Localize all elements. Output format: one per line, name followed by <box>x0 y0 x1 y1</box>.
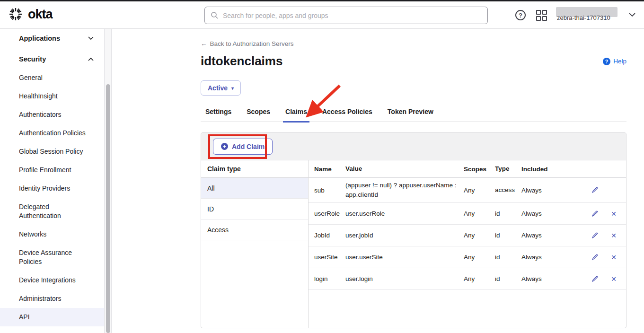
delete-claim-icon[interactable]: ✕ <box>610 275 618 283</box>
claim-scopes: Any <box>464 232 495 239</box>
claim-type-value: access <box>495 185 521 195</box>
claim-type-value: id <box>495 274 521 284</box>
claim-type-option-access[interactable]: Access <box>201 219 308 240</box>
claim-row-userrole: userRoleuser.userRoleAnyidAlways✕ <box>309 203 626 225</box>
add-claim-button[interactable]: + Add Claim <box>213 139 273 155</box>
tab-access-policies[interactable]: Access Policies <box>320 108 375 122</box>
sidebar-item-administrators[interactable]: Administrators <box>0 289 104 308</box>
claim-value: user.jobId <box>345 231 464 240</box>
chevron-up-icon <box>88 57 94 61</box>
sidebar-item-profile-enrollment[interactable]: Profile Enrollment <box>0 161 104 179</box>
edit-claim-icon[interactable] <box>591 186 599 194</box>
claims-table: Name Value Scopes Type Included sub(appu… <box>309 160 626 328</box>
chevron-down-icon <box>88 36 94 40</box>
claim-name: login <box>309 275 345 282</box>
back-to-auth-servers-link[interactable]: ← Back to Authorization Servers <box>201 40 626 47</box>
claim-included: Always <box>521 232 567 239</box>
page-title: idtokenclaims <box>201 54 282 69</box>
claim-name: userRole <box>309 210 345 217</box>
tab-token-preview[interactable]: Token Preview <box>385 108 436 122</box>
main-area: ← Back to Authorization Servers idtokenc… <box>112 29 644 333</box>
action-spacer <box>610 186 618 194</box>
tab-bar: SettingsScopesClaimsAccess PoliciesToken… <box>201 108 626 122</box>
chevron-down-icon[interactable] <box>629 12 635 18</box>
sidebar-item-authentication-policies[interactable]: Authentication Policies <box>0 124 104 142</box>
status-dropdown[interactable]: Active ▾ <box>201 80 241 96</box>
sidebar-item-device-integrations[interactable]: Device Integrations <box>0 271 104 289</box>
claim-name: JobId <box>309 232 345 239</box>
claim-type-value: id <box>495 231 521 240</box>
okta-wordmark: okta <box>28 7 53 22</box>
scrollbar-thumb[interactable] <box>106 84 110 333</box>
search-icon <box>211 11 219 19</box>
claims-panel: + Add Claim Claim type AllIDAccess Name … <box>201 132 626 328</box>
back-arrow-icon: ← <box>201 40 207 47</box>
sidebar-item-device-assurance-policies[interactable]: Device Assurance Policies <box>0 244 104 271</box>
claim-type-option-id[interactable]: ID <box>201 199 308 219</box>
sidebar-scrollbar[interactable] <box>104 29 112 333</box>
tab-scopes[interactable]: Scopes <box>244 108 273 122</box>
account-menu[interactable]: zebra-thai-1707310 <box>556 7 620 23</box>
delete-claim-icon[interactable]: ✕ <box>610 232 618 239</box>
delete-claim-icon[interactable]: ✕ <box>610 210 618 218</box>
claim-value: user.login <box>345 274 464 284</box>
sidebar-item-identity-providers[interactable]: Identity Providers <box>0 179 104 198</box>
claim-included: Always <box>521 210 567 217</box>
edit-claim-icon[interactable] <box>591 254 599 261</box>
plus-icon: + <box>221 143 228 150</box>
claim-value: user.userRole <box>345 209 464 219</box>
sidebar-section-applications[interactable]: Applications <box>0 29 104 48</box>
claim-name: sub <box>309 187 345 194</box>
okta-logo[interactable]: okta <box>8 6 53 22</box>
claim-type-panel: Claim type AllIDAccess <box>201 160 309 328</box>
sidebar-security-items: GeneralHealthInsightAuthenticatorsAuthen… <box>0 69 104 326</box>
sidebar-item-authenticators[interactable]: Authenticators <box>0 105 104 124</box>
sidebar-item-networks[interactable]: Networks <box>0 225 104 244</box>
account-org-label: zebra-thai-1707310 <box>557 14 610 21</box>
claim-scopes: Any <box>464 275 495 282</box>
claim-scopes: Any <box>464 210 495 217</box>
okta-sunburst-icon <box>8 6 24 22</box>
sidebar-section-security[interactable]: Security <box>0 50 104 69</box>
help-link[interactable]: ? Help <box>603 58 626 65</box>
delete-claim-icon[interactable]: ✕ <box>610 254 618 261</box>
claim-included: Always <box>521 254 567 261</box>
claim-name: userSite <box>309 254 345 261</box>
claim-type-header: Claim type <box>201 160 308 178</box>
apps-grid-icon[interactable] <box>535 9 547 21</box>
search-input[interactable] <box>223 12 482 19</box>
edit-claim-icon[interactable] <box>591 232 599 239</box>
sidebar-item-api[interactable]: API <box>0 308 104 326</box>
caret-down-icon: ▾ <box>231 86 234 91</box>
claim-type-value: id <box>495 209 521 219</box>
sidebar-item-general[interactable]: General <box>0 69 104 87</box>
claim-row-usersite: userSiteuser.userSiteAnyidAlways✕ <box>309 246 626 268</box>
claim-type-value: id <box>495 253 521 262</box>
sidebar-nav: Applications Security GeneralHealthInsig… <box>0 29 104 333</box>
claims-table-header: Name Value Scopes Type Included <box>309 160 626 178</box>
edit-claim-icon[interactable] <box>591 275 599 283</box>
tab-claims[interactable]: Claims <box>283 108 309 123</box>
tab-settings[interactable]: Settings <box>203 108 234 122</box>
claim-included: Always <box>521 187 567 194</box>
claim-included: Always <box>521 275 567 282</box>
claim-row-login: loginuser.loginAnyidAlways✕ <box>309 268 626 290</box>
help-icon[interactable]: ? <box>514 9 527 21</box>
sidebar-item-global-session-policy[interactable]: Global Session Policy <box>0 142 104 161</box>
claim-row-sub: sub(appuser != null) ? appuser.userName … <box>309 178 626 203</box>
edit-claim-icon[interactable] <box>591 210 599 218</box>
claim-row-jobid: JobIduser.jobIdAnyidAlways✕ <box>309 225 626 246</box>
claims-toolbar: + Add Claim <box>201 133 626 160</box>
sidebar-item-delegated-authentication[interactable]: Delegated Authentication <box>0 198 104 225</box>
claim-scopes: Any <box>464 187 495 194</box>
global-search[interactable] <box>204 7 488 24</box>
claim-scopes: Any <box>464 254 495 261</box>
sidebar-item-healthinsight[interactable]: HealthInsight <box>0 87 104 105</box>
claim-value: (appuser != null) ? appuser.userName : a… <box>345 181 464 200</box>
help-badge-icon: ? <box>603 58 610 65</box>
claim-type-option-all[interactable]: All <box>201 178 308 199</box>
claim-value: user.userSite <box>345 253 464 262</box>
top-bar: okta ? zebra-thai-1707310 <box>0 1 644 29</box>
